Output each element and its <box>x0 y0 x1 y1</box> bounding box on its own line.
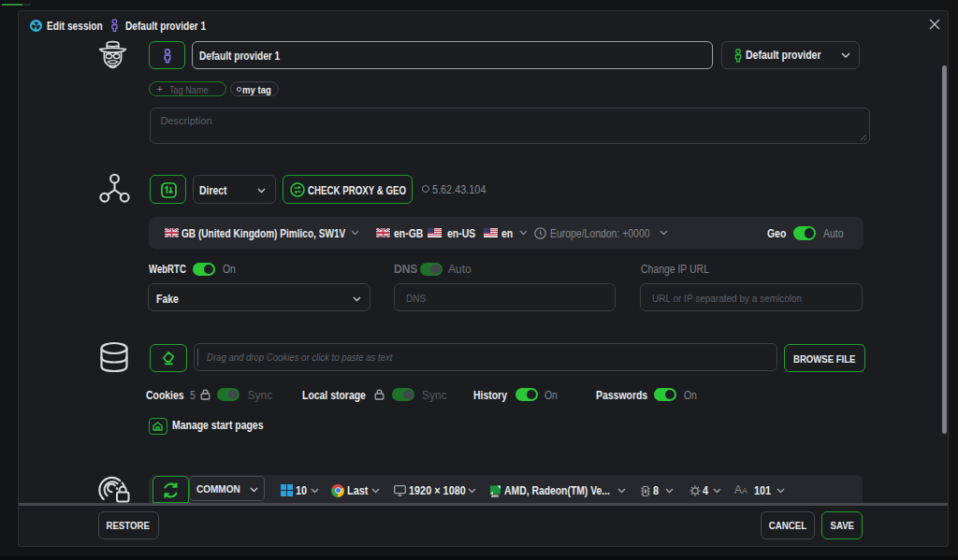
svg-text:AMD: AMD <box>491 494 500 496</box>
